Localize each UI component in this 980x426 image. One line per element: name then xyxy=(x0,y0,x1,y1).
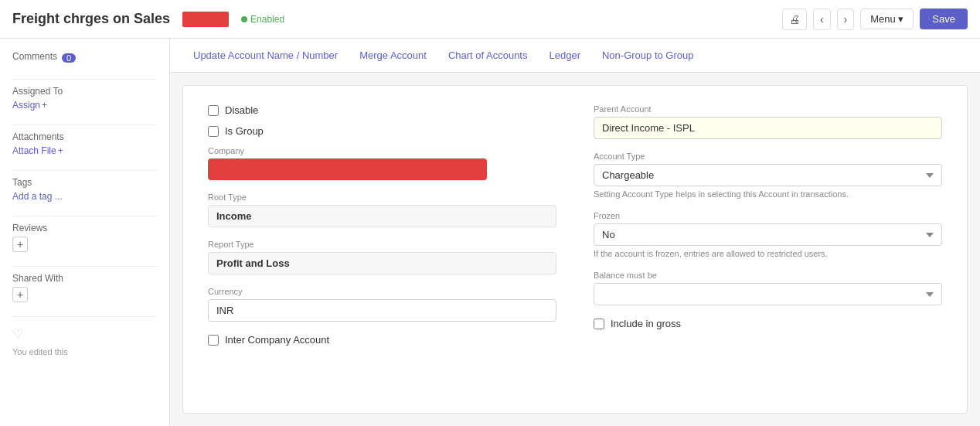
comments-label: Comments xyxy=(12,51,57,62)
is-group-row: Is Group xyxy=(208,125,556,137)
attach-plus-icon: + xyxy=(58,145,63,156)
form-grid: Disable Is Group Company Root Type Incom… xyxy=(208,104,942,355)
account-type-label: Account Type xyxy=(594,152,942,161)
status-dot xyxy=(241,16,247,22)
frozen-group: Frozen No If the account is frozen, entr… xyxy=(594,211,942,258)
currency-group: Currency xyxy=(208,287,556,322)
update-account-name-button[interactable]: Update Account Name / Number xyxy=(182,42,349,69)
sidebar-shared-section: Shared With + xyxy=(12,273,157,302)
company-label: Company xyxy=(208,146,556,155)
root-type-group: Root Type Income xyxy=(208,193,556,227)
top-bar: Freight chrges on Sales Enabled 🖨 ‹ › Me… xyxy=(0,0,980,39)
frozen-select[interactable]: No xyxy=(594,223,942,246)
root-type-label: Root Type xyxy=(208,193,556,202)
parent-account-input[interactable] xyxy=(594,117,942,139)
reviews-add: + xyxy=(12,237,157,252)
include-gross-row: Include in gross xyxy=(594,318,942,329)
top-bar-left: Freight chrges on Sales Enabled xyxy=(12,11,284,27)
is-group-checkbox[interactable] xyxy=(208,126,219,137)
disable-label: Disable xyxy=(225,104,258,116)
shared-with-add: + xyxy=(12,287,157,302)
chart-of-accounts-button[interactable]: Chart of Accounts xyxy=(437,42,539,69)
action-bar: Update Account Name / Number Merge Accou… xyxy=(170,39,980,73)
root-type-value: Income xyxy=(208,205,556,227)
sidebar-tags-section: Tags Add a tag ... xyxy=(12,177,157,202)
balance-must-be-group: Balance must be xyxy=(594,271,942,305)
right-column: Parent Account Account Type Chargeable S… xyxy=(594,104,942,355)
attach-file-label: Attach File xyxy=(12,145,56,156)
attachments-label: Attachments xyxy=(12,131,157,142)
redacted-avatar xyxy=(182,12,229,27)
content-area: Update Account Name / Number Merge Accou… xyxy=(170,39,980,426)
form-area: Disable Is Group Company Root Type Incom… xyxy=(182,85,968,414)
assign-label: Assign xyxy=(12,100,40,111)
reviews-add-button[interactable]: + xyxy=(12,237,28,252)
next-button[interactable]: › xyxy=(837,9,855,30)
account-type-help: Setting Account Type helps in selecting … xyxy=(594,189,942,199)
balance-must-be-label: Balance must be xyxy=(594,271,942,280)
heart-section: ♡ xyxy=(12,326,157,341)
parent-account-group: Parent Account xyxy=(594,104,942,139)
account-type-group: Account Type Chargeable Setting Account … xyxy=(594,152,942,199)
heart-icon[interactable]: ♡ xyxy=(12,327,23,340)
comments-badge: 0 xyxy=(62,53,76,63)
footer-text: You edited this xyxy=(12,347,68,356)
plus-icon: + xyxy=(42,100,47,111)
frozen-label: Frozen xyxy=(594,211,942,220)
sidebar-reviews-section: Reviews + xyxy=(12,223,157,252)
non-group-to-group-button[interactable]: Non-Group to Group xyxy=(591,42,705,69)
disable-row: Disable xyxy=(208,104,556,116)
prev-button[interactable]: ‹ xyxy=(813,9,831,30)
menu-button[interactable]: Menu ▾ xyxy=(860,9,914,29)
include-gross-label: Include in gross xyxy=(611,318,681,329)
status-badge: Enabled xyxy=(241,14,284,25)
report-type-value: Profit and Loss xyxy=(208,252,556,274)
inter-company-row: Inter Company Account xyxy=(208,334,556,346)
sidebar: Comments 0 Assigned To Assign + Attachme… xyxy=(0,39,170,426)
company-group: Company xyxy=(208,146,556,180)
save-button[interactable]: Save xyxy=(920,9,968,29)
include-gross-checkbox[interactable] xyxy=(594,319,604,329)
print-button[interactable]: 🖨 xyxy=(782,9,807,30)
inter-company-label: Inter Company Account xyxy=(225,334,329,346)
account-type-select[interactable]: Chargeable xyxy=(594,164,942,186)
is-group-label: Is Group xyxy=(225,125,264,137)
shared-with-label: Shared With xyxy=(12,273,157,284)
add-tag-label: Add a tag ... xyxy=(12,191,63,202)
currency-input[interactable] xyxy=(208,299,556,322)
reviews-label: Reviews xyxy=(12,223,157,233)
report-type-label: Report Type xyxy=(208,240,556,249)
page-title: Freight chrges on Sales xyxy=(12,11,170,27)
report-type-group: Report Type Profit and Loss xyxy=(208,240,556,274)
sidebar-assigned-section: Assigned To Assign + xyxy=(12,86,157,111)
balance-must-be-select[interactable] xyxy=(594,283,942,305)
frozen-help: If the account is frozen, entries are al… xyxy=(594,249,942,258)
ledger-button[interactable]: Ledger xyxy=(539,42,591,69)
main-layout: Comments 0 Assigned To Assign + Attachme… xyxy=(0,39,980,426)
currency-label: Currency xyxy=(208,287,556,296)
sidebar-attachments-section: Attachments Attach File + xyxy=(12,131,157,156)
merge-account-button[interactable]: Merge Account xyxy=(349,42,437,69)
shared-add-button[interactable]: + xyxy=(12,287,28,302)
left-column: Disable Is Group Company Root Type Incom… xyxy=(208,104,556,355)
parent-account-label: Parent Account xyxy=(594,104,942,114)
add-tag-action[interactable]: Add a tag ... xyxy=(12,191,157,202)
assigned-to-label: Assigned To xyxy=(12,86,157,97)
disable-checkbox[interactable] xyxy=(208,105,219,116)
inter-company-checkbox[interactable] xyxy=(208,335,219,346)
attach-file-action[interactable]: Attach File + xyxy=(12,145,157,156)
sidebar-comments-section: Comments 0 xyxy=(12,51,157,65)
top-bar-right: 🖨 ‹ › Menu ▾ Save xyxy=(782,9,968,30)
assign-action[interactable]: Assign + xyxy=(12,100,157,111)
company-redacted xyxy=(208,158,487,180)
status-label: Enabled xyxy=(250,14,284,25)
tags-label: Tags xyxy=(12,177,157,188)
sidebar-footer: You edited this xyxy=(12,347,157,356)
